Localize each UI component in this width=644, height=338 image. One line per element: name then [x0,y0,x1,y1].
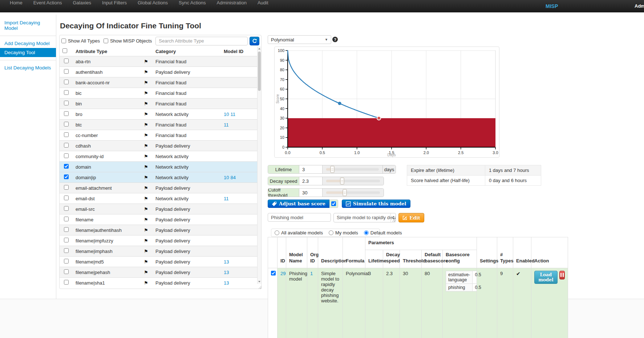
nav-item-galaxies[interactable]: Galaxies [67,0,97,5]
model-id-link[interactable]: 13 [224,270,229,275]
flag-icon[interactable]: ⚑ [144,143,148,149]
show-all-types-checkbox[interactable] [61,39,66,43]
attribute-row-filename-imphash[interactable]: ⚑filename|imphashPayload delivery [60,246,257,257]
model-id-link[interactable]: 10 [224,112,229,117]
nav-user-link[interactable]: Adm [635,3,644,9]
scroll-up-icon[interactable] [258,47,261,51]
row-checkbox[interactable] [64,80,69,84]
row-checkbox[interactable] [64,238,69,242]
attribute-row-filename-impfuzzy[interactable]: ⚑filename|impfuzzyPayload delivery [60,236,257,246]
model-row-checkbox[interactable] [271,271,276,275]
formula-select[interactable]: Polynomial ▼ [268,35,331,44]
row-checkbox[interactable] [64,196,69,200]
flag-icon[interactable]: ⚑ [144,238,148,244]
select-all-header[interactable] [60,47,73,56]
scrollbar-thumb[interactable] [258,52,261,91]
show-misp-objects-checkbox[interactable] [104,39,108,43]
attribute-row-email-attachment[interactable]: ⚑email-attachmentPayload delivery [60,183,257,193]
attribute-row-bro[interactable]: ⚑broNetwork activity1011 [60,109,257,120]
flag-icon[interactable]: ⚑ [144,196,148,201]
row-checkbox[interactable] [64,185,69,190]
slider-track[interactable] [326,192,380,194]
show-all-types-label[interactable]: Show All Types [61,38,100,44]
row-checkbox[interactable] [64,174,69,179]
adjust-base-score-button[interactable]: Adjust base score [268,200,329,208]
nav-item-home[interactable]: Home [4,0,28,5]
flag-icon[interactable]: ⚑ [144,133,148,138]
radio-default-models[interactable] [364,230,369,235]
edit-model-button[interactable]: Edit [398,213,424,222]
radio-label-all-available-models[interactable]: All available models [275,230,323,236]
flag-icon[interactable]: ⚑ [144,69,148,75]
sidebar-item-list-decaying-models[interactable]: List Decaying Models [0,63,56,72]
attribute-row-authentihash[interactable]: ⚑authentihashPayload delivery [60,67,257,77]
attribute-row-filename-md5[interactable]: ⚑filename|md5Payload delivery13 [60,257,257,267]
scroll-down-icon[interactable] [258,279,261,284]
nav-item-input-filters[interactable]: Input Filters [97,0,132,5]
model-description-textarea[interactable]: Simple model to rapidly decay [333,213,396,222]
flag-icon[interactable]: ⚑ [144,90,148,96]
model-id-link[interactable]: 10 [224,175,229,180]
attribute-row-email-src[interactable]: ⚑email-srcPayload delivery [60,204,257,214]
row-checkbox[interactable] [64,143,69,148]
row-checkbox[interactable] [64,90,69,95]
slider-value-input[interactable]: 2.3 [299,177,323,185]
flag-icon[interactable]: ⚑ [144,217,148,222]
row-checkbox[interactable] [64,122,69,126]
nav-item-sync-actions[interactable]: Sync Actions [173,0,211,5]
model-id-link[interactable]: 84 [230,175,235,180]
panel-resize-handle[interactable] [258,285,262,289]
model-name-input[interactable] [268,213,331,222]
flag-icon[interactable]: ⚑ [144,249,148,254]
search-input[interactable] [155,37,248,45]
flag-icon[interactable]: ⚑ [144,101,148,106]
radio-all-available-models[interactable] [275,230,279,235]
row-checkbox[interactable] [64,101,69,105]
attribute-scrollbar[interactable] [257,47,261,284]
sidebar-item-decaying-tool[interactable]: Decaying Tool [0,48,56,57]
cutoff-marker[interactable] [377,116,381,120]
flag-icon[interactable]: ⚑ [144,280,148,286]
flag-icon[interactable]: ⚑ [144,80,148,85]
attribute-row-email-dst[interactable]: ⚑email-dstNetwork activity11 [60,193,257,204]
attribute-row-bic[interactable]: ⚑bicFinancial fraud [60,88,257,98]
flag-icon[interactable]: ⚑ [144,59,148,64]
flag-icon[interactable]: ⚑ [144,206,148,212]
flag-icon[interactable]: ⚑ [144,164,148,170]
nav-item-global-actions[interactable]: Global Actions [132,0,173,5]
row-checkbox[interactable] [64,153,69,158]
row-checkbox[interactable] [64,269,69,274]
attribute-row-bin[interactable]: ⚑binFinancial fraud [60,98,257,109]
model-id-link[interactable]: 29 [280,271,285,276]
row-checkbox[interactable] [64,217,69,221]
slider-value-input[interactable]: 3 [299,165,323,173]
select-all-checkbox[interactable] [62,48,67,53]
question-circle-icon[interactable]: ? [332,37,338,42]
row-checkbox[interactable] [64,259,69,263]
radio-my-models[interactable] [329,230,333,235]
nav-item-administration[interactable]: Administration [211,0,252,5]
org-id-link[interactable]: 1 [310,271,313,276]
curve-point-marker[interactable] [338,102,341,105]
flag-icon[interactable]: ⚑ [144,270,148,275]
sidebar-item-import-decaying-model[interactable]: Import Decaying Model [0,18,56,33]
nav-item-event-actions[interactable]: Event Actions [28,0,68,5]
attribute-row-filename-sha1[interactable]: ⚑filename|sha1Payload delivery13 [60,278,257,288]
radio-label-my-models[interactable]: My models [329,230,358,236]
model-id-link[interactable]: 11 [230,112,235,117]
attribute-row-cc-number[interactable]: ⚑cc-numberFinancial fraud [60,130,257,141]
row-checkbox[interactable] [64,206,69,211]
attribute-row-filename-pehash[interactable]: ⚑filename|pehashPayload delivery13 [60,267,257,278]
row-checkbox[interactable] [64,132,69,137]
nav-item-audit[interactable]: Audit [252,0,274,5]
attribute-row-cdhash[interactable]: ⚑cdhashPayload delivery [60,141,257,151]
slider-handle[interactable] [331,166,335,173]
slider-track[interactable] [326,180,380,182]
refresh-button[interactable] [250,37,259,45]
pause-model-button[interactable] [559,271,565,279]
model-id-link[interactable]: 13 [224,280,229,286]
simulate-model-button[interactable]: Simulate this model [342,200,410,208]
show-misp-objects-label[interactable]: Show MISP Objects [104,38,152,44]
load-model-button[interactable]: Load model [534,271,558,284]
flag-icon[interactable]: ⚑ [144,112,148,117]
